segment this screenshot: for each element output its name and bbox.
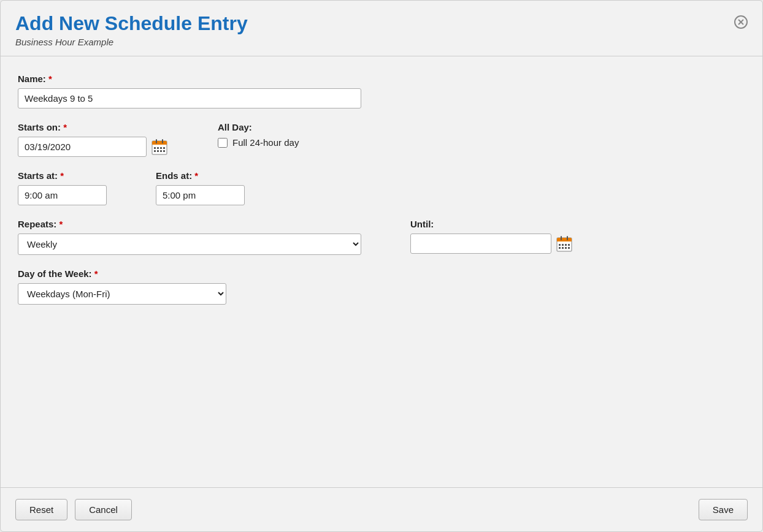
full-day-label[interactable]: Full 24-hour day xyxy=(232,137,299,148)
svg-rect-13 xyxy=(157,150,159,152)
day-of-week-section: Day of the Week: * Sunday Monday Tuesday… xyxy=(18,268,745,305)
starts-at-required-star: * xyxy=(60,170,64,181)
all-day-col: All Day: Full 24-hour day xyxy=(218,122,299,148)
cancel-button[interactable]: Cancel xyxy=(75,499,132,520)
svg-rect-21 xyxy=(559,244,561,246)
until-input[interactable] xyxy=(410,234,551,254)
name-input[interactable] xyxy=(18,88,361,108)
starts-on-allday-row: Starts on: * xyxy=(18,122,745,157)
day-of-week-required-star: * xyxy=(94,268,98,279)
until-label: Until: xyxy=(410,219,573,229)
svg-rect-10 xyxy=(160,147,162,149)
day-of-week-label: Day of the Week: * xyxy=(18,268,745,279)
starts-on-field-wrap xyxy=(18,137,169,157)
starts-at-input[interactable] xyxy=(18,185,107,205)
repeats-until-row: Repeats: * Daily Weekly Monthly Yearly U… xyxy=(18,219,745,255)
svg-rect-14 xyxy=(160,150,162,152)
dialog-footer: Reset Cancel Save xyxy=(1,487,762,531)
dialog-subtitle: Business Hour Example xyxy=(15,37,748,47)
ends-at-col: Ends at: * xyxy=(156,170,245,205)
until-col: Until: xyxy=(410,219,573,254)
name-section: Name: * xyxy=(18,74,745,108)
ends-at-input[interactable] xyxy=(156,185,245,205)
all-day-label: All Day: xyxy=(218,122,299,132)
until-field-wrap xyxy=(410,234,573,254)
reset-button[interactable]: Reset xyxy=(15,499,67,520)
all-day-checkbox-row: Full 24-hour day xyxy=(218,137,299,148)
dialog: Add New Schedule Entry Business Hour Exa… xyxy=(0,0,763,532)
starts-on-label: Starts on: * xyxy=(18,122,169,132)
starts-on-calendar-button[interactable] xyxy=(150,138,169,156)
svg-rect-23 xyxy=(565,244,567,246)
svg-rect-15 xyxy=(163,150,165,152)
repeats-select[interactable]: Daily Weekly Monthly Yearly xyxy=(18,234,361,255)
repeats-label: Repeats: * xyxy=(18,219,361,229)
svg-rect-11 xyxy=(163,147,165,149)
svg-rect-27 xyxy=(565,247,567,249)
svg-rect-28 xyxy=(568,247,570,249)
starts-on-input[interactable] xyxy=(18,137,147,157)
starts-at-label: Starts at: * xyxy=(18,170,107,181)
svg-rect-18 xyxy=(557,240,572,241)
svg-rect-24 xyxy=(568,244,570,246)
footer-left-buttons: Reset Cancel xyxy=(15,499,132,520)
svg-rect-12 xyxy=(154,150,156,152)
until-calendar-button[interactable] xyxy=(555,235,573,253)
ends-at-label: Ends at: * xyxy=(156,170,245,181)
all-day-checkbox[interactable] xyxy=(218,138,228,148)
svg-rect-22 xyxy=(562,244,564,246)
dialog-body: Name: * Starts on: * xyxy=(1,56,762,487)
ends-at-required-star: * xyxy=(194,170,198,181)
svg-rect-8 xyxy=(154,147,156,149)
dialog-title: Add New Schedule Entry xyxy=(15,13,748,34)
calendar-icon xyxy=(151,139,167,155)
name-required-star: * xyxy=(48,74,52,84)
svg-rect-9 xyxy=(157,147,159,149)
calendar-icon-until xyxy=(556,236,572,252)
save-button[interactable]: Save xyxy=(699,499,748,520)
svg-rect-25 xyxy=(559,247,561,249)
close-button[interactable] xyxy=(732,13,750,31)
svg-rect-26 xyxy=(562,247,564,249)
starts-on-col: Starts on: * xyxy=(18,122,169,157)
svg-rect-5 xyxy=(152,143,167,145)
day-of-week-select[interactable]: Sunday Monday Tuesday Wednesday Thursday… xyxy=(18,283,226,305)
dialog-header: Add New Schedule Entry Business Hour Exa… xyxy=(1,1,762,56)
repeats-required-star: * xyxy=(59,219,63,229)
starts-at-col: Starts at: * xyxy=(18,170,107,205)
name-label: Name: * xyxy=(18,74,745,84)
close-icon xyxy=(734,15,748,29)
repeats-col: Repeats: * Daily Weekly Monthly Yearly xyxy=(18,219,361,255)
times-row: Starts at: * Ends at: * xyxy=(18,170,745,205)
starts-on-required-star: * xyxy=(63,122,67,132)
